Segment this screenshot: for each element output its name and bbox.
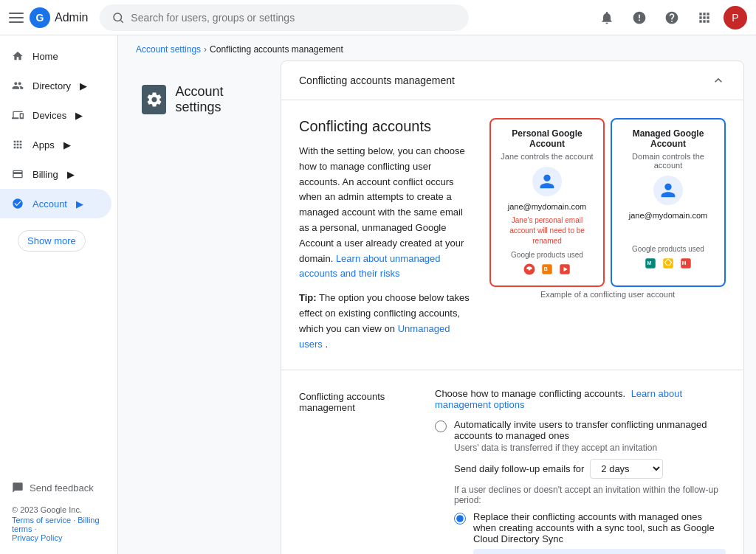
radio-auto-invite-label: Automatically invite users to transfer c…	[454, 419, 726, 441]
home-icon	[12, 50, 24, 62]
managed-card-sub: Domain controls the account	[621, 152, 715, 170]
svg-rect-10	[663, 258, 673, 269]
personal-account-card: Personal Google Account Jane controls th…	[489, 118, 605, 287]
notifications-button[interactable]	[594, 4, 620, 31]
sidebar-label-account: Account	[32, 198, 67, 210]
user-avatar[interactable]: P	[724, 6, 747, 30]
settings-content: Choose how to manage conflicting account…	[435, 388, 726, 554]
show-more-button[interactable]: Show more	[18, 230, 86, 252]
left-panel-header: Account settings	[130, 72, 269, 127]
replace-sync-info-box: ℹ Users' data won't be transferred. Howe…	[473, 549, 726, 554]
topbar-actions: P	[594, 4, 747, 31]
personal-card-products: B	[500, 262, 594, 277]
apps-grid-button[interactable]	[691, 4, 718, 31]
drive-icon	[661, 256, 676, 271]
info-tip: Tip: The option you choose below takes e…	[299, 291, 472, 352]
collapse-button[interactable]	[711, 73, 726, 88]
follow-up-days-select[interactable]: 2 days 3 days 5 days 7 days	[590, 459, 663, 479]
sidebar-item-billing[interactable]: Billing ▶	[0, 159, 111, 189]
terms-link[interactable]: Terms of service	[12, 516, 71, 524]
privacy-link[interactable]: Privacy Policy	[12, 533, 62, 542]
svg-text:B: B	[544, 266, 549, 272]
settings-row: Conflicting accounts management Choose h…	[299, 388, 726, 554]
sub-option-replace-sync: Replace their conflicting accounts with …	[454, 511, 726, 554]
account-icon	[12, 198, 24, 210]
personal-card-email: jane@mydomain.com	[500, 202, 594, 211]
managed-card-products-label: Google products used	[621, 245, 715, 253]
logo-text: Admin	[55, 11, 88, 24]
radio-auto-invite[interactable]: Automatically invite users to transfer c…	[435, 419, 726, 441]
auto-invite-sublabel: Users' data is transferred if they accep…	[454, 443, 726, 453]
sidebar-label-billing: Billing	[32, 169, 58, 180]
option-auto-invite: Automatically invite users to transfer c…	[435, 419, 726, 554]
account-cards: Personal Google Account Jane controls th…	[489, 118, 726, 287]
radio-auto-invite-input[interactable]	[435, 420, 447, 432]
meet-icon: M	[643, 256, 658, 271]
sidebar-label-apps: Apps	[32, 139, 55, 150]
sidebar-item-account[interactable]: Account ▶	[0, 189, 111, 218]
personal-card-title: Personal Google Account	[500, 128, 594, 149]
managed-card-avatar	[653, 176, 683, 205]
svg-text:M: M	[647, 260, 652, 266]
content-area: Account settings › Conflicting accounts …	[118, 35, 756, 554]
help-button[interactable]	[659, 4, 685, 31]
send-daily-row: Send daily follow-up emails for 2 days 3…	[454, 459, 726, 479]
account-settings-icon	[142, 85, 166, 114]
section-card: Conflicting accounts management Conflict…	[281, 60, 744, 554]
billing-expand-icon: ▶	[67, 169, 75, 180]
youtube-icon	[557, 262, 572, 277]
svg-point-3	[529, 269, 531, 271]
right-panel: Conflicting accounts management Conflict…	[281, 60, 756, 554]
hamburger-menu[interactable]	[9, 13, 24, 23]
sub-radio-group: Replace their conflicting accounts with …	[454, 511, 726, 554]
cards-caption: Example of a conflicting user account	[489, 287, 726, 305]
sidebar-footer: © 2023 Google Inc. Terms of service · Bi…	[0, 499, 117, 548]
managed-card-email: jane@mydomain.com	[621, 211, 715, 220]
search-bar[interactable]	[100, 4, 469, 31]
search-icon	[111, 11, 125, 24]
radio-replace-sync-label: Replace their conflicting accounts with …	[473, 511, 726, 544]
info-title: Conflicting accounts	[299, 118, 472, 135]
svg-point-0	[114, 13, 122, 21]
main-layout: Home Directory ▶ Devices ▶ Apps ▶	[0, 35, 756, 554]
section-header: Conflicting accounts management	[281, 61, 743, 100]
left-panel: Account settings	[118, 60, 281, 554]
info-text: Conflicting accounts With the setting be…	[299, 118, 472, 352]
sidebar-item-home[interactable]: Home	[0, 41, 111, 71]
sidebar-item-directory[interactable]: Directory ▶	[0, 71, 111, 100]
devices-icon	[12, 109, 24, 121]
topbar: G Admin P	[0, 0, 756, 35]
svg-line-1	[121, 20, 123, 22]
sidebar-item-devices[interactable]: Devices ▶	[0, 100, 111, 130]
search-input[interactable]	[131, 12, 457, 24]
blogger-icon: B	[540, 262, 554, 277]
send-feedback-label: Send feedback	[30, 482, 94, 494]
directory-icon	[12, 80, 24, 91]
content-inner: Account settings Conflicting accounts ma…	[118, 60, 756, 554]
apps-icon	[12, 139, 24, 150]
topbar-logo: G Admin	[30, 7, 88, 28]
sidebar-label-directory: Directory	[32, 80, 71, 91]
directory-expand-icon: ▶	[80, 80, 87, 91]
svg-text:M: M	[682, 260, 687, 266]
info-desc: With the setting below, you can choose h…	[299, 144, 472, 282]
sidebar-item-apps[interactable]: Apps ▶	[0, 130, 111, 159]
personal-card-products-label: Google products used	[500, 251, 594, 259]
managed-card-products: M M	[621, 256, 715, 271]
account-expand-icon: ▶	[76, 198, 83, 210]
account-issues-button[interactable]	[626, 4, 653, 31]
breadcrumb-separator: ›	[204, 44, 207, 55]
radio-replace-sync[interactable]: Replace their conflicting accounts with …	[454, 511, 726, 544]
breadcrumb-current: Conflicting accounts management	[210, 44, 343, 55]
sidebar-label-home: Home	[32, 51, 58, 62]
settings-label: Conflicting accounts management	[299, 388, 417, 554]
breadcrumb-parent[interactable]: Account settings	[136, 44, 201, 55]
sidebar: Home Directory ▶ Devices ▶ Apps ▶	[0, 35, 118, 554]
gmail-icon: M	[678, 256, 693, 271]
google-logo-circle: G	[30, 7, 50, 28]
send-feedback-button[interactable]: Send feedback	[0, 476, 117, 499]
settings-section: Conflicting accounts management Choose h…	[281, 370, 743, 554]
billing-icon	[12, 168, 24, 180]
managed-account-card: Managed Google Account Domain controls t…	[611, 118, 726, 287]
radio-replace-sync-input[interactable]	[454, 513, 466, 524]
